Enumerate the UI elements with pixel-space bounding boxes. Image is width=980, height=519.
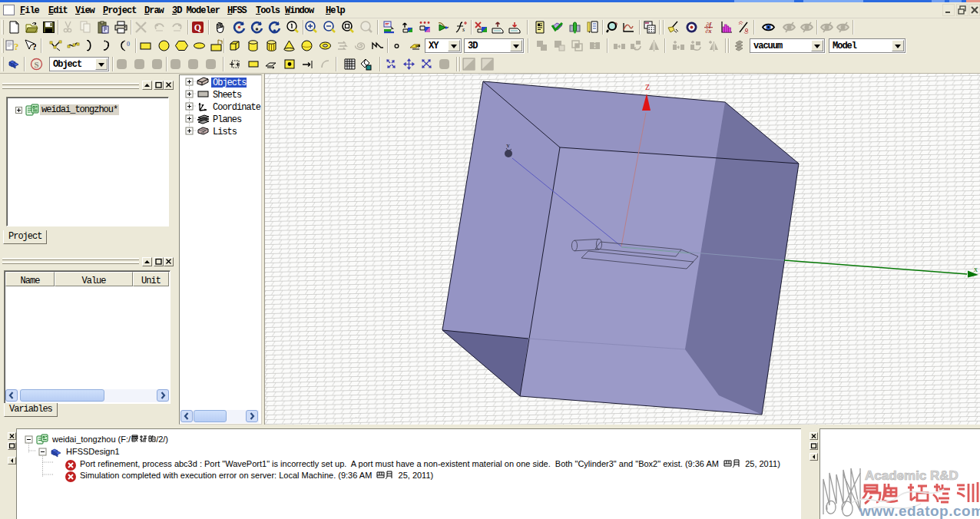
svg-text:Objects: Objects	[213, 78, 247, 88]
svg-text:Q: Q	[194, 22, 200, 33]
svg-text:Lists: Lists	[213, 127, 237, 137]
svg-text:Z: Z	[645, 83, 650, 91]
svg-text:Planes: Planes	[213, 114, 242, 125]
svg-text:?: ?	[32, 41, 36, 52]
svg-text:∂x: ∂x	[705, 28, 711, 34]
svg-text:Y: Y	[506, 143, 510, 149]
svg-text:S: S	[34, 60, 38, 69]
svg-text:Coordinate: Coordinate	[213, 102, 261, 113]
svg-text:www.edatop.com: www.edatop.com	[859, 503, 980, 519]
svg-text:Sheets: Sheets	[213, 90, 242, 101]
svg-text:Academic R&D: Academic R&D	[865, 468, 958, 483]
svg-text:?: ?	[14, 41, 18, 52]
svg-text:0: 0	[127, 41, 130, 48]
svg-text:x: x	[974, 265, 978, 273]
svg-text:s: s	[462, 26, 465, 33]
